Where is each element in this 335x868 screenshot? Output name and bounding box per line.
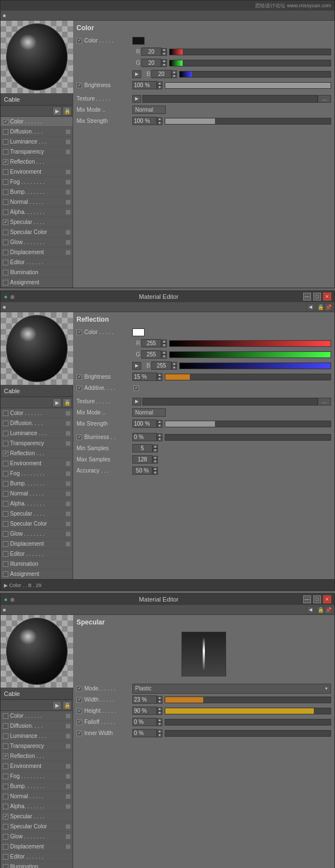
sidebar-item-4[interactable]: Reflection . . . (1, 157, 73, 167)
sidebar-item-13[interactable]: Displacement (1, 539, 73, 549)
w3-falloff-down[interactable]: ▼ (157, 722, 162, 726)
w3-height-up[interactable]: ▲ (157, 707, 162, 711)
w2-mix-mode-dropdown[interactable]: Normal (132, 408, 166, 417)
w3-falloff-chk[interactable] (76, 719, 82, 725)
w2-r-bar[interactable] (169, 340, 331, 347)
sidebar-item-8[interactable]: Normal . . . . . (1, 197, 73, 207)
w2-maxsamples-val[interactable]: 128 (132, 455, 152, 464)
w2-g-bar[interactable] (169, 351, 331, 358)
w2-g-spin[interactable]: ▲ ▼ (161, 351, 167, 359)
w2-accuracy-val[interactable]: 50 % (132, 466, 152, 475)
window2-tool-lock[interactable]: 🔒 (63, 398, 71, 407)
window2-lock1[interactable]: 🔒 (317, 303, 324, 311)
sidebar-item-2[interactable]: Luminance . . . (1, 428, 73, 438)
sidebar-item-15[interactable]: Illumination (1, 268, 73, 278)
r-down[interactable]: ▼ (161, 52, 167, 56)
window2-tool-arrow[interactable]: ▶ (52, 398, 61, 407)
w3-width-spin[interactable]: ▲ ▼ (157, 696, 162, 704)
w2-maxsamples-spin[interactable]: ▲ ▼ (152, 456, 158, 464)
color-checkbox[interactable] (76, 38, 82, 44)
w2-b-bar[interactable] (179, 363, 331, 369)
w3-innerwidth-chk[interactable] (76, 731, 82, 736)
texture-dots[interactable]: ... (318, 95, 331, 103)
w3-height-spin[interactable]: ▲ ▼ (157, 707, 162, 715)
w3-width-down[interactable]: ▼ (157, 700, 162, 704)
w2-blurriness-spin[interactable]: ▲ ▼ (157, 433, 162, 441)
r-spinbox[interactable]: 20 (141, 47, 161, 56)
brightness-slider[interactable] (165, 82, 331, 89)
sidebar-item-12[interactable]: Glow . . . . . . . (1, 529, 73, 539)
window3-lock2[interactable]: 📌 (324, 606, 332, 614)
b-spin-arrows[interactable]: ▲ ▼ (171, 70, 177, 78)
w2-mxs-up[interactable]: ▲ (152, 456, 158, 460)
w2-additive-chk[interactable] (76, 385, 82, 391)
sidebar-item-16[interactable]: Assignment (1, 569, 73, 579)
w3-height-chk[interactable] (76, 708, 82, 714)
sidebar-item-6[interactable]: Fog . . . . . . . . (1, 469, 73, 479)
w3-iw-down[interactable]: ▼ (157, 733, 162, 737)
window3-close[interactable]: ✕ (323, 595, 331, 603)
w2-brightness-chk[interactable] (76, 374, 82, 380)
w3-falloff-spin[interactable]: ▲ ▼ (157, 718, 162, 726)
sidebar-item-5[interactable]: Environment (1, 459, 73, 469)
sidebar-item-5[interactable]: Environment (1, 167, 73, 177)
w2-minsamples-spin[interactable]: ▲ ▼ (152, 445, 158, 452)
sidebar-item-11[interactable]: Specular Color (1, 227, 73, 237)
g-spinbox[interactable]: 20 (141, 59, 161, 67)
sidebar-item-0[interactable]: Color . . . . . . (1, 408, 73, 418)
color-swatch[interactable] (132, 37, 145, 45)
w2-mix-strength-slider[interactable] (165, 421, 331, 427)
w2-blurriness-val[interactable]: 0 % (132, 433, 157, 441)
w2-r-up[interactable]: ▲ (161, 340, 167, 344)
w2-mix-strength-spin[interactable]: ▲ ▼ (157, 420, 162, 428)
g-up[interactable]: ▲ (161, 59, 167, 63)
window2-maximize[interactable]: □ (313, 293, 321, 301)
window3-arrow[interactable]: ◀ (307, 606, 314, 614)
w2-ms2-down[interactable]: ▼ (152, 449, 158, 452)
sidebar-item-15[interactable]: Illumination (1, 862, 73, 868)
window3-maximize[interactable]: □ (313, 595, 321, 603)
w3-falloff-val[interactable]: 0 % (132, 718, 157, 726)
w3-mode-chk[interactable] (76, 686, 82, 691)
w2-blurriness-chk[interactable] (76, 435, 82, 440)
w2-mix-strength-val[interactable]: 100 % (132, 419, 157, 428)
w2-acc-down[interactable]: ▼ (152, 471, 158, 475)
w2-accuracy-spin[interactable]: ▲ ▼ (152, 467, 158, 475)
w2-mxs-down[interactable]: ▼ (152, 460, 158, 464)
sidebar-item-1[interactable]: Diffusion. . . . (1, 418, 73, 428)
w2-color-swatch[interactable] (132, 328, 145, 336)
window3-minimize[interactable]: — (303, 595, 311, 603)
b-up[interactable]: ▲ (171, 70, 177, 74)
sidebar-item-2[interactable]: Luminance . . . (1, 731, 73, 741)
w3-innerwidth-val[interactable]: 0 % (132, 729, 157, 737)
w2-b-down[interactable]: ▼ (171, 366, 177, 370)
w2-r-spin[interactable]: ▲ ▼ (161, 340, 167, 347)
mix-strength-up[interactable]: ▲ (157, 117, 162, 121)
w2-blur-up[interactable]: ▲ (157, 433, 162, 437)
w2-blurriness-slider[interactable] (165, 434, 331, 441)
sidebar-item-3[interactable]: Transparency (1, 438, 73, 449)
r-spin-arrows[interactable]: ▲ ▼ (161, 48, 167, 56)
w3-width-slider[interactable] (165, 697, 331, 703)
sidebar-item-7[interactable]: Bump. . . . . . . (1, 781, 73, 791)
w2-texture-dots[interactable]: ... (318, 398, 331, 406)
w2-b-spinbox[interactable]: 255 (151, 361, 171, 370)
w3-innerwidth-slider[interactable] (165, 730, 331, 737)
brightness-spin[interactable]: ▲ ▼ (157, 82, 162, 89)
window2-lock2[interactable]: 📌 (324, 303, 332, 311)
sidebar-item-13[interactable]: Displacement (1, 842, 73, 852)
mix-strength-down[interactable]: ▼ (157, 121, 162, 125)
brightness-down[interactable]: ▼ (157, 85, 162, 89)
w2-r-down[interactable]: ▼ (161, 344, 167, 347)
sidebar-item-3[interactable]: Transparency (1, 741, 73, 751)
b-spinbox[interactable]: 20 (151, 70, 171, 78)
sidebar-tool-arrow[interactable]: ▶ (52, 107, 61, 116)
sidebar-item-1[interactable]: Diffusion. . . . (1, 127, 73, 137)
w3-mode-dropdown[interactable]: Plastic (132, 684, 331, 694)
w3-height-down[interactable]: ▼ (157, 711, 162, 715)
window3-tool-arrow[interactable]: ▶ (52, 701, 61, 710)
w2-g-down[interactable]: ▼ (161, 355, 167, 359)
w3-innerwidth-spin[interactable]: ▲ ▼ (157, 729, 162, 737)
sidebar-item-7[interactable]: Bump. . . . . . . (1, 187, 73, 197)
mix-mode-dropdown[interactable]: Normal (132, 106, 166, 114)
